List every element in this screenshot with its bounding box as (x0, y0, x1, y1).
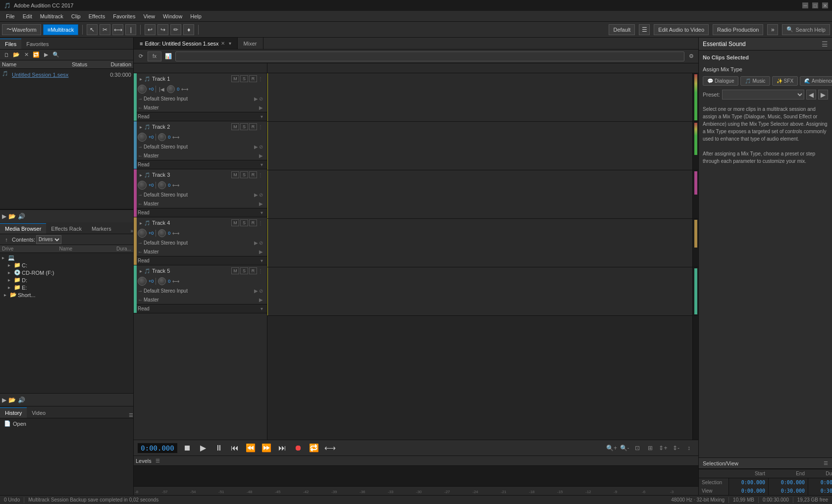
track-2-solo-button[interactable]: S (240, 123, 248, 130)
editor-back-button[interactable]: ⟳ (136, 51, 146, 61)
files-play-button[interactable]: ▶ (2, 213, 6, 220)
track-1-expand[interactable]: ▸ (140, 76, 142, 82)
track-5-menu[interactable]: ⋮ (258, 268, 265, 274)
track-2-mute-button[interactable]: M (231, 123, 239, 130)
track-2-expand[interactable]: ▸ (140, 124, 142, 130)
track-1-menu[interactable]: ⋮ (258, 76, 265, 82)
track-4-lane[interactable] (267, 219, 692, 267)
track-3-read-expand[interactable]: ▾ (260, 210, 263, 215)
tree-item-c[interactable]: ▸ 📁 C: (0, 261, 133, 269)
transport-fast-forward-button[interactable]: ⏩ (260, 442, 272, 454)
menu-file[interactable]: File (2, 12, 19, 20)
sel-selection-start[interactable]: 0:00.000 (728, 478, 768, 487)
track-4-solo-button[interactable]: S (240, 219, 248, 226)
sel-selection-end[interactable]: 0:00.000 (768, 478, 808, 487)
track-5-expand[interactable]: ▸ (140, 268, 142, 274)
tool-razor[interactable]: ✂ (100, 24, 110, 35)
track-2-record-button[interactable]: R (249, 123, 257, 130)
zoom-out-v-button[interactable]: ⇕- (671, 443, 681, 454)
sel-view-start[interactable]: 0:00.000 (728, 487, 768, 495)
tab-markers[interactable]: Markers (87, 224, 116, 234)
editor-fx-button[interactable]: fx (148, 51, 161, 61)
zoom-full-v-button[interactable]: ↕ (683, 443, 694, 454)
track-3-solo-button[interactable]: S (240, 171, 248, 178)
track-4-input-expand[interactable]: ▶ (254, 240, 258, 246)
waveform-button[interactable]: 〜 Waveform (2, 24, 41, 35)
track-5-record-button[interactable]: R (249, 267, 257, 274)
new-session-button[interactable]: 🗋 (2, 50, 11, 59)
transport-play-button[interactable]: ▶ (197, 442, 209, 454)
track-2-phase-icon[interactable]: ⊘ (259, 144, 263, 150)
transport-to-start-button[interactable]: ⏮ (229, 442, 241, 454)
track-2-read-expand[interactable]: ▾ (260, 162, 263, 167)
track-2-pan-knob[interactable] (158, 133, 166, 141)
mix-type-dialogue-button[interactable]: 💬 Dialogue (703, 76, 738, 86)
workspace-menu-button[interactable]: ☰ (639, 24, 650, 35)
tool-redo[interactable]: ↪ (157, 24, 168, 35)
close-button[interactable]: ✕ (822, 2, 828, 8)
transport-loop-button[interactable]: 🔁 (308, 442, 320, 454)
track-5-stereo-icon[interactable]: ⟷ (172, 279, 179, 284)
tree-expand-d[interactable]: ▸ (8, 277, 14, 283)
track-3-expand[interactable]: ▸ (140, 172, 142, 178)
menu-edit[interactable]: Edit (19, 12, 36, 20)
preset-next-button[interactable]: ▶ (818, 90, 828, 100)
sel-selection-duration[interactable]: 0:00.000 (808, 478, 832, 487)
track-2-lane[interactable] (267, 122, 692, 170)
track-3-output-expand[interactable]: ▶ (259, 201, 263, 206)
edit-audio-video-button[interactable]: Edit Audio to Video (654, 24, 709, 35)
menu-view[interactable]: View (139, 12, 159, 20)
track-1-volume-knob[interactable] (138, 85, 147, 94)
tab-files[interactable]: Files (0, 39, 21, 49)
browser-up-button[interactable]: ↑ (2, 235, 11, 244)
zoom-out-button[interactable]: 🔍- (619, 443, 630, 454)
browser-volume-button[interactable]: 🔊 (18, 397, 25, 403)
track-3-mute-button[interactable]: M (231, 171, 239, 178)
track-1-solo-button[interactable]: S (240, 75, 248, 82)
mix-type-music-button[interactable]: 🎵 Music (740, 76, 770, 86)
menu-multitrack[interactable]: Multitrack (36, 12, 67, 20)
tree-expand-root[interactable]: ▸ (2, 255, 8, 260)
track-4-volume-knob[interactable] (138, 229, 147, 238)
tab-favorites[interactable]: Favorites (21, 39, 53, 49)
tree-item-cdrom[interactable]: ▸ 💿 CD-ROM (F:) (0, 269, 133, 276)
track-3-phase-icon[interactable]: ⊘ (259, 192, 263, 198)
menu-effects[interactable]: Effects (85, 12, 109, 20)
track-3-record-button[interactable]: R (249, 171, 257, 178)
search-files-button[interactable]: 🔍 (52, 50, 60, 59)
track-2-stereo-icon[interactable]: ⟷ (172, 135, 179, 140)
track-5-pan-knob[interactable] (158, 277, 166, 285)
mix-type-sfx-button[interactable]: ✨ SFX (772, 76, 798, 86)
transport-pause-button[interactable]: ⏸ (213, 442, 225, 454)
window-controls[interactable]: ─ □ ✕ (802, 2, 828, 8)
track-1-stereo-icon[interactable]: ⟷ (181, 86, 188, 93)
tab-mixer[interactable]: Mixer (238, 38, 263, 49)
menu-help[interactable]: Help (186, 12, 206, 20)
tree-expand-shortcut[interactable]: ▸ (4, 292, 10, 298)
track-1-phase-icon[interactable]: ⊘ (259, 96, 263, 101)
tree-item-shortcut[interactable]: ▸ 📂 Short... (0, 291, 133, 299)
search-help-input[interactable]: 🔍 Search Help (782, 24, 830, 35)
tree-item-d[interactable]: ▸ 📁 D: (0, 276, 133, 284)
transport-to-end-button[interactable]: ⏭ (276, 442, 288, 454)
track-1-output-expand[interactable]: ▶ (259, 105, 263, 110)
track-4-expand[interactable]: ▸ (140, 220, 142, 226)
open-file-button[interactable]: 📂 (12, 50, 21, 59)
track-4-phase-icon[interactable]: ⊘ (259, 240, 263, 246)
tool-cursor[interactable]: | (125, 24, 136, 35)
track-3-lane[interactable] (267, 170, 692, 219)
tree-expand-cdrom[interactable]: ▸ (8, 270, 14, 275)
zoom-all-button[interactable]: ⊞ (645, 443, 656, 454)
track-4-mute-button[interactable]: M (231, 219, 239, 226)
tool-pencil[interactable]: ✏ (170, 24, 181, 35)
track-3-pan-knob[interactable] (158, 181, 166, 189)
track-3-stereo-icon[interactable]: ⟷ (172, 183, 179, 188)
tab-editor-session[interactable]: ≡ Editor: Untitled Session 1.sesx ✕ ▾ (134, 38, 238, 49)
history-item-open[interactable]: 📄 Open (2, 419, 131, 428)
file-item[interactable]: 🎵 Untitled Session 1.sesx 0:30:000 (0, 70, 133, 80)
track-4-pan-knob[interactable] (158, 229, 166, 237)
track-2-output-expand[interactable]: ▶ (259, 153, 263, 158)
tool-select[interactable]: ↖ (87, 24, 98, 35)
tree-expand-e[interactable]: ▸ (8, 285, 14, 290)
selection-view-menu[interactable]: ☰ (824, 460, 828, 466)
